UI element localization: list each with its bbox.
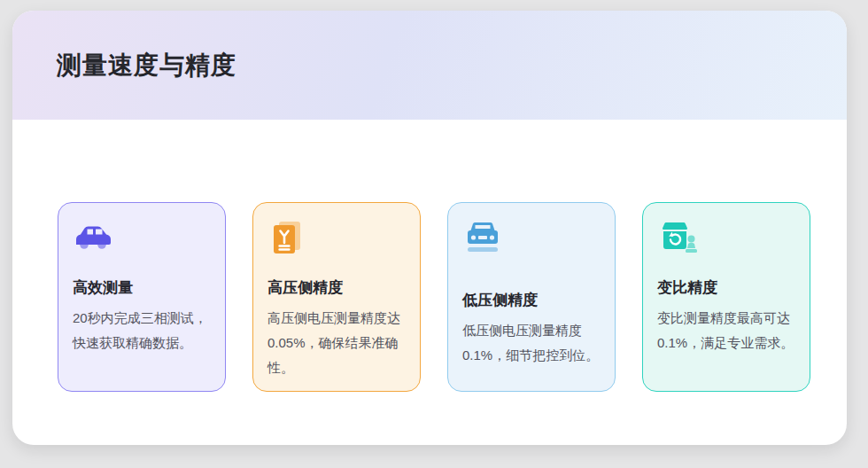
feature-card-ratio-precision: 变比精度 变比测量精度最高可达0.1%，满足专业需求。 [642,202,810,392]
card-title: 低压侧精度 [462,290,601,310]
page-title: 测量速度与精度 [57,49,236,82]
feature-card-efficiency: 高效测量 20秒内完成三相测试，快速获取精确数据。 [58,202,226,392]
car-side-icon [73,220,113,255]
card-title: 变比精度 [657,277,795,298]
card-description: 低压侧电压测量精度0.1%，细节把控到位。 [462,318,601,368]
card-title: 高效测量 [73,277,211,298]
hero-header: 测量速度与精度 [12,11,847,120]
ledger-yen-icon [267,220,308,255]
card-title: 高压侧精度 [267,277,406,298]
card-description: 变比测量精度最高可达0.1%，满足专业需求。 [657,306,795,355]
feature-card-lv-precision: 低压侧精度 低压侧电压测量精度0.1%，细节把控到位。 [447,202,616,392]
car-front-icon [462,220,503,255]
card-description: 20秒内完成三相测试，快速获取精确数据。 [73,306,211,355]
feature-card-hv-precision: 高压侧精度 高压侧电压测量精度达0.05%，确保结果准确性。 [252,202,421,392]
card-description: 高压侧电压测量精度达0.05%，确保结果准确性。 [267,306,406,380]
cards-row: 高效测量 20秒内完成三相测试，快速获取精确数据。 高压侧精度 高压侧电压测量精… [12,120,847,392]
package-return-icon [657,220,698,255]
page-container: 测量速度与精度 高效测量 20秒内完成三相测试，快速获取精确数据。 高压侧精度 [12,11,847,445]
